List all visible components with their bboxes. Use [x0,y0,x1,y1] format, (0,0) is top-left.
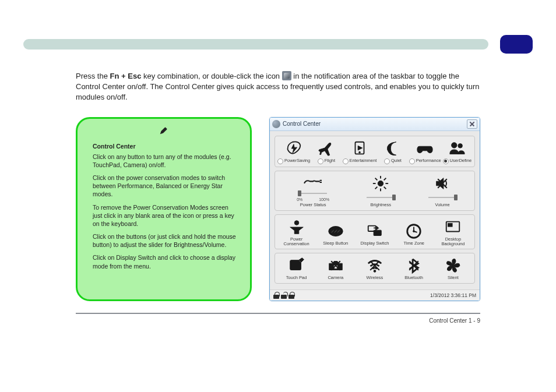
power-status-slider[interactable] [297,190,329,196]
note-p2a: Click on the buttons (or just click and … [93,232,240,249]
mode-powersaving[interactable]: PowerSaving [277,139,310,165]
close-button[interactable] [467,119,477,129]
mode-flight[interactable]: Flight [311,139,341,165]
camera-disabled-icon [327,257,344,274]
note-p1a: Click on any button to turn any of the m… [93,153,240,169]
silent-button[interactable]: Silent [434,256,472,282]
caps-lock-icon [273,292,279,299]
display-switch-icon [366,223,383,240]
svg-rect-24 [290,260,301,270]
radio-icon [384,158,390,164]
desktop-background-button[interactable]: Desktop Background [434,217,472,248]
volume-slider[interactable] [426,195,459,200]
intro-pre: Press the [76,72,110,80]
plug-icon [303,176,323,188]
sleep-button[interactable]: ZZZ Sleep Button [316,217,354,248]
bluetooth-button[interactable]: Bluetooth [395,256,433,282]
svg-line-10 [384,186,386,189]
svg-line-12 [384,178,386,180]
cc-statusbar: 1/3/2012 3:36:11 PM [270,289,480,301]
power-status-group: 0% 100% Power Status [277,175,349,209]
control-center-window: Control Center PowerSaving [269,117,480,302]
touchpad-button[interactable]: Touch Pad [277,256,315,282]
radio-icon [277,158,283,164]
mode-performance[interactable]: Performance [409,139,441,165]
note-box: Control Center Click on any button to tu… [76,117,252,302]
content-row: Control Center Click on any button to tu… [76,117,480,302]
power-conservation-button[interactable]: Power Conservation [277,217,315,248]
intro-keys: Fn + Esc [110,72,142,80]
radio-icon [343,158,349,164]
header-bar [23,39,488,50]
svg-line-11 [375,186,378,189]
bluetooth-disabled-icon [405,257,423,274]
intro-mid: key combination, or double-click the ico… [141,72,281,80]
cc-settings-row: Power Conservation ZZZ Sleep Button [275,214,475,250]
moon-icon [384,140,402,157]
cc-app-icon [272,120,280,128]
cc-timestamp: 1/3/2012 3:36:11 PM [430,292,476,298]
header-badge [500,35,533,54]
radio-icon [318,158,323,164]
document-page: Press the Fn + Esc key combination, or d… [0,0,556,329]
fan-icon [444,257,462,274]
mode-userdefine[interactable]: UserDefine [442,139,472,165]
picture-icon [444,218,462,236]
cc-titlebar[interactable]: Control Center [270,118,480,131]
svg-point-3 [458,143,463,148]
brightness-icon [372,175,389,192]
ps-legend: 0% 100% [295,197,330,202]
gamepad-icon [416,140,434,157]
footer-divider [76,313,480,314]
svg-rect-23 [448,223,453,227]
brightness-slider[interactable] [364,195,397,200]
volume-group: Volume [413,174,472,209]
camera-button[interactable]: Camera [316,256,354,282]
note-title: Control Center [93,142,240,150]
energy-person-icon [288,218,305,236]
note-p1b: Click on the power conservation modes to… [93,174,240,199]
volume-mute-icon [434,175,451,192]
svg-point-21 [413,231,415,232]
cc-sliders-row: 0% 100% Power Status [275,171,475,211]
scroll-lock-icon [288,292,294,299]
wireless-button[interactable]: Wireless [356,256,393,282]
wifi-disabled-icon [366,257,383,274]
cc-title: Control Center [283,121,467,127]
svg-point-1 [359,151,361,153]
taskbar-control-center-icon [282,71,291,80]
media-player-icon [351,140,368,157]
airplane-icon [318,140,335,157]
svg-text:ZZZ: ZZZ [331,228,340,234]
section-header [23,35,533,54]
svg-point-13 [294,220,299,225]
svg-rect-17 [374,230,381,235]
mode-quiet[interactable]: Quiet [378,139,407,165]
note-p1c: To remove the Power Conservation Modes s… [93,203,240,228]
note-p2b: Click on Display Switch and click to cho… [93,253,240,270]
svg-line-9 [375,178,378,180]
cc-toggles-row: Touch Pad Camera [275,253,475,284]
brightness-group: Brightness [351,174,410,209]
intro-paragraph: Press the Fn + Esc key combination, or d… [76,71,480,103]
time-zone-button[interactable]: Time Zone [395,217,433,248]
svg-point-4 [378,181,383,186]
touchpad-icon [288,257,305,274]
radio-icon [443,158,449,164]
leaf-bolt-icon [285,140,302,157]
svg-point-2 [452,142,457,147]
radio-icon [409,158,415,164]
zzz-icon: ZZZ [327,223,344,240]
pen-icon [159,127,167,135]
footer-right: Control Center 1 - 9 [23,317,480,324]
mode-entertainment[interactable]: Entertainment [343,139,377,165]
users-icon [448,140,466,157]
display-switch-button[interactable]: Display Switch [356,217,393,248]
num-lock-icon [281,292,287,299]
cc-body: PowerSaving Flight Enterta [270,131,480,290]
clock-icon [405,223,423,240]
cc-modes-row: PowerSaving Flight Enterta [275,136,475,167]
